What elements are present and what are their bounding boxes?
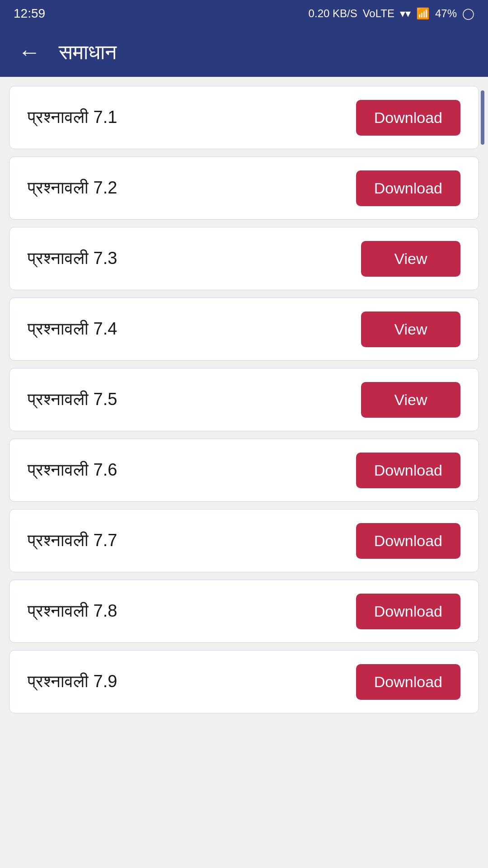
list-item: प्रश्नावली 7.9Download: [9, 650, 479, 713]
list-item: प्रश्नावली 7.2Download: [9, 156, 479, 220]
download-button-7.9[interactable]: Download: [356, 664, 460, 700]
view-button-7.4[interactable]: View: [361, 311, 460, 347]
view-button-7.5[interactable]: View: [361, 382, 460, 418]
back-button[interactable]: ←: [14, 41, 45, 63]
scrollbar-indicator[interactable]: [481, 90, 484, 145]
download-button-7.2[interactable]: Download: [356, 170, 460, 206]
wifi-icon: ▾▾: [400, 7, 411, 20]
download-button-7.1[interactable]: Download: [356, 100, 460, 136]
battery-level: 47%: [435, 7, 457, 20]
item-label-7.5: प्रश्नावली 7.5: [28, 390, 117, 410]
battery-icon: ◯: [462, 7, 474, 20]
status-time: 12:59: [14, 6, 45, 21]
download-button-7.7[interactable]: Download: [356, 523, 460, 559]
signal-icon: 📶: [416, 7, 430, 20]
status-bar: 12:59 0.20 KB/S VoLTE ▾▾ 📶 47% ◯: [0, 0, 488, 27]
item-label-7.7: प्रश्नावली 7.7: [28, 531, 117, 551]
item-label-7.2: प्रश्नावली 7.2: [28, 178, 117, 198]
app-header: ← समाधान: [0, 27, 488, 77]
carrier-label: VoLTE: [363, 7, 394, 20]
item-label-7.3: प्रश्नावली 7.3: [28, 249, 117, 269]
item-label-7.8: प्रश्नावली 7.8: [28, 601, 117, 621]
item-label-7.9: प्रश्नावली 7.9: [28, 672, 117, 692]
list-item: प्रश्नावली 7.5View: [9, 368, 479, 431]
page-title: समाधान: [59, 40, 117, 65]
list-item: प्रश्नावली 7.7Download: [9, 509, 479, 572]
item-label-7.1: प्रश्नावली 7.1: [28, 108, 117, 127]
list-item: प्रश्नावली 7.6Download: [9, 439, 479, 502]
download-button-7.6[interactable]: Download: [356, 453, 460, 488]
content-list: प्रश्नावली 7.1Downloadप्रश्नावली 7.2Down…: [0, 77, 488, 722]
download-button-7.8[interactable]: Download: [356, 594, 460, 629]
list-item: प्रश्नावली 7.3View: [9, 227, 479, 290]
item-label-7.6: प्रश्नावली 7.6: [28, 460, 117, 480]
list-item: प्रश्नावली 7.4View: [9, 297, 479, 361]
status-right: 0.20 KB/S VoLTE ▾▾ 📶 47% ◯: [309, 7, 474, 20]
item-label-7.4: प्रश्नावली 7.4: [28, 319, 117, 339]
list-item: प्रश्नावली 7.1Download: [9, 86, 479, 149]
network-speed: 0.20 KB/S: [309, 7, 357, 20]
view-button-7.3[interactable]: View: [361, 241, 460, 277]
list-item: प्रश्नावली 7.8Download: [9, 580, 479, 643]
